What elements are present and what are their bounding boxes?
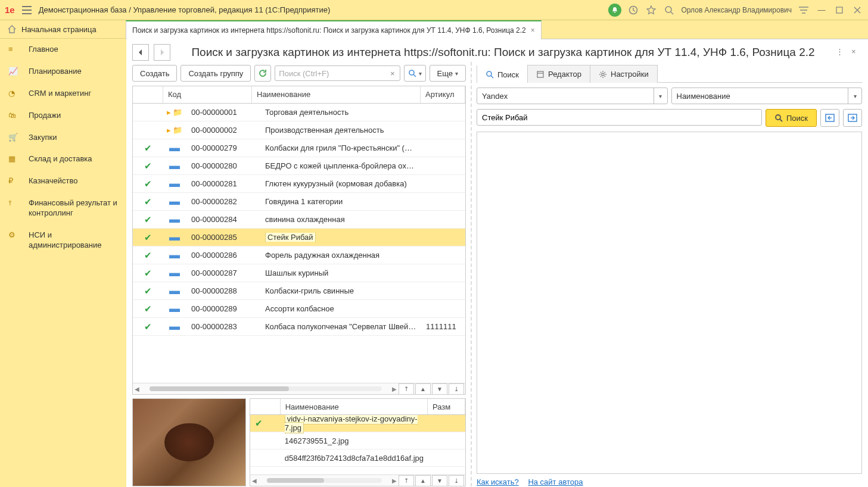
col-code[interactable]: Код (163, 86, 252, 103)
star-icon[interactable] (645, 4, 657, 16)
svg-point-6 (602, 73, 604, 76)
nav-icon: 🛒 (8, 133, 19, 143)
settings-tab-icon (599, 70, 607, 79)
table-row[interactable]: ✔▬00-00000289Ассорти колбасное (133, 300, 465, 318)
table-row[interactable]: ✔▬00-00000281Глютен кукурузный (кормовая… (133, 175, 465, 193)
sidebar-item-1[interactable]: 📈Планирование (0, 61, 126, 83)
link-author[interactable]: На сайт автора (528, 477, 583, 486)
nav-first-icon[interactable]: ⤒ (399, 383, 414, 395)
nav-icon: ₽ (8, 176, 19, 187)
inav-down-icon[interactable]: ▼ (432, 475, 447, 486)
table-row[interactable]: ✔▬00-00000288Колбаски-гриль свинные (133, 282, 465, 300)
back-button[interactable] (132, 44, 149, 61)
inav-first-icon[interactable]: ⤒ (399, 475, 414, 486)
find-button[interactable]: ▾ (404, 65, 426, 82)
imgcol-size[interactable]: Разм (428, 399, 465, 414)
table-row[interactable]: ✔▬00-00000286Форель радужная охлажденная (133, 246, 465, 264)
tab-label: Поиск и загрузка картинок из интернета h… (132, 26, 526, 35)
sidebar-item-6[interactable]: ₽Казначейство (0, 170, 126, 192)
imgcol-name[interactable]: Наименование (281, 399, 428, 414)
page-close-icon[interactable]: × (851, 47, 862, 58)
home-link[interactable]: Начальная страница (0, 20, 126, 39)
table-row[interactable]: ✔▬00-00000287Шашлык куриный (133, 264, 465, 282)
nav-icon: 📈 (8, 67, 19, 77)
search-icon[interactable] (663, 4, 675, 16)
iscroll-right-icon[interactable]: ▶ (390, 476, 399, 485)
search-button[interactable]: Поиск (766, 109, 817, 127)
iscroll-left-icon[interactable]: ◀ (250, 476, 259, 485)
table-row[interactable]: ✔▬00-00000282Говядина 1 категории (133, 193, 465, 211)
table-row[interactable]: ✔▬00-00000285Стейк Рибай (133, 229, 465, 246)
field-dropdown-icon[interactable]: ▾ (848, 88, 861, 104)
nav-icon: ◔ (8, 89, 19, 99)
field-select[interactable]: Наименование ▾ (671, 88, 863, 104)
notifications-icon[interactable] (608, 4, 621, 17)
tab-search[interactable]: Поиск (477, 65, 528, 83)
editor-tab-icon (536, 70, 545, 79)
history-icon[interactable] (627, 4, 639, 16)
nav-up-icon[interactable]: ▲ (415, 383, 431, 395)
sidebar-item-0[interactable]: ≡Главное (0, 39, 126, 61)
minimize-icon[interactable]: — (816, 4, 827, 16)
ihscroll[interactable] (267, 478, 382, 483)
table-row[interactable]: ✔▬00-00000279Колбаски для гриля "По-крес… (133, 139, 465, 157)
close-icon[interactable] (851, 4, 863, 16)
tab-active[interactable]: Поиск и загрузка картинок из интернета h… (126, 20, 542, 39)
nav-down-icon[interactable]: ▼ (432, 383, 447, 395)
refresh-button[interactable] (254, 65, 271, 82)
image-row[interactable]: d584ff23f6b72413d8cfa7a1e8dd16af.jpg (250, 449, 465, 467)
scroll-left-icon[interactable]: ◀ (133, 385, 141, 393)
create-group-button[interactable]: Создать группу (181, 65, 251, 82)
more-button[interactable]: Еще▾ (430, 65, 466, 82)
col-name[interactable]: Наименование (252, 86, 421, 103)
create-button[interactable]: Создать (132, 65, 177, 82)
table-row[interactable]: ▸ 📁00-00000001Торговая деятельность (133, 104, 465, 121)
search-input[interactable] (278, 68, 388, 79)
tab-close-icon[interactable]: × (531, 26, 535, 35)
svg-point-1 (665, 7, 671, 13)
import-button[interactable] (820, 109, 839, 127)
products-table: Код Наименование Артикул ▸ 📁00-00000001Т… (132, 86, 466, 395)
user-name[interactable]: Орлов Александр Владимирович (681, 6, 792, 14)
svg-rect-5 (537, 71, 543, 77)
app-title: Демонстрационная база / Управление торго… (39, 5, 331, 14)
col-article[interactable]: Артикул (421, 86, 465, 103)
table-row[interactable]: ✔▬00-00000280БЕДРО с кожей цыпленка-брой… (133, 157, 465, 175)
engine-dropdown-icon[interactable]: ▾ (654, 88, 667, 104)
sidebar-item-3[interactable]: 🛍Продажи (0, 105, 126, 127)
nav-icon: ≡ (8, 45, 19, 55)
sidebar-item-8[interactable]: ⚙НСИ и администрирование (0, 224, 126, 257)
main-menu-icon[interactable] (21, 4, 33, 16)
clear-search-icon[interactable]: × (388, 69, 397, 78)
search-tab-icon (486, 70, 494, 79)
sidebar-item-5[interactable]: ▦Склад и доставка (0, 148, 126, 170)
tab-editor[interactable]: Редактор (527, 65, 590, 83)
maximize-icon[interactable] (833, 4, 845, 16)
table-row[interactable]: ✔▬00-00000284свинина охлажденная (133, 211, 465, 229)
sidebar: Начальная страница ≡Главное📈Планирование… (0, 20, 126, 487)
more-menu-icon[interactable]: ⋮ (836, 47, 847, 58)
results-area (477, 132, 862, 474)
sidebar-item-7[interactable]: ⫯Финансовый результат и контроллинг (0, 192, 126, 224)
table-row[interactable]: ✔▬00-00000283Колбаса полукопченая "Серве… (133, 318, 465, 336)
engine-select[interactable]: Yandex ▾ (477, 88, 668, 104)
scroll-right-icon[interactable]: ▶ (390, 385, 399, 393)
hscroll[interactable] (150, 386, 382, 391)
inav-last-icon[interactable]: ⤓ (449, 475, 464, 486)
tab-settings[interactable]: Настройки (590, 65, 658, 83)
svg-rect-2 (836, 7, 842, 13)
export-button[interactable] (843, 109, 862, 127)
nav-icon: ▦ (8, 154, 19, 165)
sidebar-item-4[interactable]: 🛒Закупки (0, 127, 126, 149)
query-input[interactable] (477, 109, 762, 126)
image-row[interactable]: 1462739551_2.jpg (250, 432, 465, 449)
link-how[interactable]: Как искать? (477, 477, 519, 486)
nav-last-icon[interactable]: ⤓ (449, 383, 464, 395)
table-row[interactable]: ▸ 📁00-00000002Производственная деятельно… (133, 121, 465, 139)
settings-lines-icon[interactable] (798, 4, 810, 16)
sidebar-item-2[interactable]: ◔CRM и маркетинг (0, 83, 126, 105)
image-row[interactable]: ✔vidy-i-nazvaniya-stejkov-iz-govyadiny-7… (250, 415, 465, 432)
forward-button[interactable] (154, 44, 170, 61)
inav-up-icon[interactable]: ▲ (415, 475, 431, 486)
nav-icon: ⫯ (8, 198, 19, 209)
